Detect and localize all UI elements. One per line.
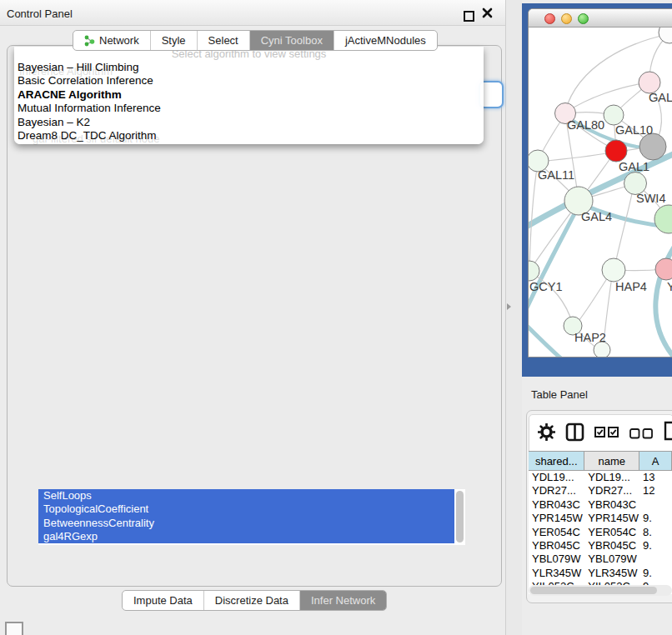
network-node-hap4[interactable] bbox=[602, 258, 625, 282]
table-row[interactable]: YLR345WYLR345W9. bbox=[529, 567, 672, 580]
gear-icon[interactable] bbox=[538, 423, 555, 444]
column-header[interactable]: A bbox=[639, 452, 672, 470]
hide-all-columns-icon[interactable] bbox=[629, 428, 653, 442]
attribute-list-scrollbar[interactable] bbox=[456, 491, 464, 542]
network-node-label: GAL bbox=[649, 91, 672, 104]
table-cell: YER054C bbox=[529, 526, 584, 539]
table-cell: YPR145W bbox=[529, 512, 584, 525]
network-edge[interactable] bbox=[614, 186, 634, 268]
algorithm-option[interactable]: Bayesian – Hill Climbing bbox=[14, 61, 484, 74]
algorithm-option[interactable]: Dream8 DC_TDC Algorithm bbox=[14, 129, 484, 142]
tab-discretize-data[interactable]: Discretize Data bbox=[204, 591, 300, 610]
table-panel-title: Table Panel bbox=[531, 388, 588, 401]
algorithm-dropdown-list: Select algorithm to view settings Bayesi… bbox=[14, 47, 484, 144]
control-panel-titlebar bbox=[0, 0, 506, 26]
algorithm-option[interactable]: ARACNE Algorithm bbox=[14, 88, 484, 102]
zoom-traffic-light-icon[interactable] bbox=[578, 13, 589, 24]
network-node-gal10[interactable] bbox=[604, 105, 624, 125]
tab-style[interactable]: Style bbox=[151, 31, 198, 50]
network-node-label: GAL1 bbox=[619, 160, 649, 173]
collapse-handle-icon[interactable] bbox=[507, 303, 511, 310]
network-node-label: GAL80 bbox=[567, 118, 604, 132]
network-icon bbox=[84, 35, 95, 47]
table-row[interactable]: YBL079WYBL079W bbox=[529, 552, 672, 566]
network-node-label: GAL4 bbox=[581, 210, 612, 223]
algorithm-option[interactable]: Bayesian – K2 bbox=[14, 116, 484, 129]
close-traffic-light-icon[interactable] bbox=[544, 13, 555, 24]
split-columns-icon[interactable] bbox=[565, 422, 584, 445]
data-attribute-item[interactable]: SelfLoops bbox=[38, 489, 454, 502]
table-cell: YDR27... bbox=[584, 484, 639, 498]
tab-cyni-toolbox[interactable]: Cyni Toolbox bbox=[250, 31, 334, 50]
table-cell: 8. bbox=[639, 526, 672, 539]
network-node-label: SWI4 bbox=[636, 192, 665, 205]
cyni-mode-tabs: Impute DataDiscretize DataInfer Network bbox=[122, 590, 387, 611]
table-cell: YPR145W bbox=[584, 512, 639, 525]
table-hscrollbar-thumb[interactable] bbox=[530, 587, 657, 594]
network-node-gal1[interactable] bbox=[605, 140, 627, 162]
table-cell: 9. bbox=[639, 567, 672, 580]
network-canvas[interactable]: GALGAL80GAL10GAL1GAL11SWI4GAL4GCY1HAP4YH… bbox=[529, 28, 672, 357]
tab-label: Select bbox=[208, 34, 238, 47]
tab-impute-data[interactable]: Impute Data bbox=[123, 591, 204, 610]
tab-select[interactable]: Select bbox=[198, 31, 250, 50]
data-attribute-item[interactable]: TopologicalCoefficient bbox=[38, 502, 454, 516]
table-row[interactable]: YBR043CYBR043C bbox=[529, 498, 672, 512]
tab-label: Network bbox=[99, 34, 139, 47]
data-attribute-item[interactable]: BetweennessCentrality bbox=[38, 517, 454, 530]
tab-label: Cyni Toolbox bbox=[261, 34, 323, 47]
table-cell: YBL079W bbox=[584, 552, 639, 566]
network-node-label: Y bbox=[667, 280, 672, 293]
control-panel-tabs: NetworkStyleSelectCyni ToolboxjActiveMNo… bbox=[73, 30, 438, 51]
table-cell: 13 bbox=[639, 471, 672, 484]
network-edge[interactable] bbox=[655, 238, 672, 357]
docked-panel-icon[interactable] bbox=[5, 622, 23, 635]
table-cell: YBL079W bbox=[529, 552, 584, 566]
tab-infer-network[interactable]: Infer Network bbox=[300, 591, 386, 610]
tab-label: Discretize Data bbox=[215, 594, 288, 607]
network-node-label: GAL10 bbox=[615, 123, 653, 137]
network-node[interactable] bbox=[654, 205, 672, 233]
tab-label: Impute Data bbox=[133, 594, 193, 607]
float-window-icon[interactable] bbox=[464, 11, 474, 22]
table-cell: 12 bbox=[639, 484, 672, 498]
table-cell: YLR345W bbox=[584, 567, 639, 580]
network-node[interactable] bbox=[659, 28, 672, 43]
table-cell: YDL19... bbox=[584, 471, 639, 484]
minimize-traffic-light-icon[interactable] bbox=[561, 13, 572, 24]
network-window-titlebar[interactable] bbox=[529, 9, 672, 28]
tab-jactivemnodules[interactable]: jActiveMNodules bbox=[334, 31, 437, 50]
tab-label: Style bbox=[162, 34, 186, 47]
export-table-icon[interactable] bbox=[664, 421, 672, 444]
table-cell bbox=[639, 552, 672, 566]
table-cell: YDL19... bbox=[529, 471, 584, 484]
network-node-gcy1[interactable] bbox=[529, 261, 539, 281]
table-cell: 9. bbox=[639, 539, 672, 552]
table-row[interactable]: YBR045CYBR045C9. bbox=[529, 539, 672, 552]
network-edge[interactable] bbox=[529, 162, 538, 270]
tab-network[interactable]: Network bbox=[73, 31, 151, 50]
column-header[interactable]: shared... bbox=[529, 452, 584, 470]
column-header[interactable]: name bbox=[584, 452, 639, 470]
algorithm-option[interactable]: Mutual Information Inference bbox=[14, 102, 484, 115]
table-row[interactable]: YDL19...YDL19...13 bbox=[529, 471, 672, 484]
table-cell: YBR045C bbox=[584, 539, 639, 552]
data-attribute-item[interactable]: gal4RGexp bbox=[38, 530, 454, 543]
table-row[interactable]: YER054CYER054C8. bbox=[529, 526, 672, 539]
close-icon[interactable] bbox=[481, 7, 494, 20]
table-cell: YLR345W bbox=[529, 567, 584, 580]
table-header-row: shared...nameA bbox=[529, 451, 672, 471]
network-node[interactable] bbox=[639, 133, 666, 160]
table-cell: YBR045C bbox=[529, 539, 584, 552]
control-panel-title: Control Panel bbox=[7, 8, 73, 20]
show-all-columns-icon[interactable] bbox=[594, 427, 619, 442]
network-edge[interactable] bbox=[539, 152, 615, 162]
network-node-label: HAP2 bbox=[574, 331, 606, 344]
table-cell: 9. bbox=[639, 512, 672, 525]
table-row[interactable]: YPR145WYPR145W9. bbox=[529, 512, 672, 525]
panel-gutter bbox=[506, 0, 522, 635]
data-attributes-list: SelfLoopsTopologicalCoefficientBetweenne… bbox=[38, 489, 465, 545]
algorithm-option[interactable]: Basic Correlation Inference bbox=[14, 74, 484, 88]
table-row[interactable]: YDR27...YDR27...12 bbox=[529, 484, 672, 498]
network-node-label: HAP4 bbox=[615, 280, 647, 293]
